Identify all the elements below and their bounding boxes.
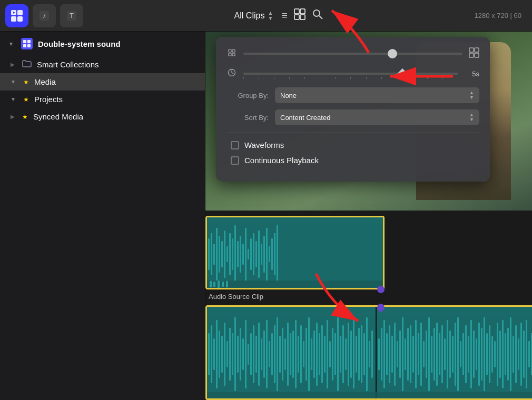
purple-marker-top: [377, 286, 385, 293]
group-by-select[interactable]: None ▲▼: [275, 87, 479, 103]
svg-rect-42: [240, 236, 241, 273]
chevron-right-icon: ▶: [11, 62, 15, 67]
svg-rect-125: [371, 331, 373, 378]
svg-rect-89: [277, 317, 278, 391]
svg-rect-146: [431, 336, 432, 373]
svg-rect-166: [484, 317, 485, 391]
svg-rect-33: [216, 228, 218, 281]
svg-rect-98: [300, 325, 302, 383]
svg-rect-170: [494, 341, 496, 367]
svg-rect-151: [444, 338, 446, 370]
list-view-icon[interactable]: ≡: [281, 9, 288, 22]
svg-rect-10: [300, 9, 305, 14]
svg-rect-118: [353, 320, 354, 388]
svg-rect-167: [486, 333, 488, 375]
sort-by-select[interactable]: Content Created ▲▼: [275, 109, 479, 125]
svg-rect-38: [229, 233, 231, 275]
svg-rect-141: [418, 333, 419, 375]
svg-rect-55: [274, 233, 275, 275]
waveforms-row: Waveforms: [226, 141, 479, 149]
svg-rect-56: [277, 225, 278, 283]
svg-rect-99: [303, 341, 304, 367]
sidebar-item-projects[interactable]: ▼ ★ Projects: [0, 91, 205, 108]
svg-rect-41: [237, 241, 239, 267]
waveforms-checkbox[interactable]: [231, 141, 239, 149]
svg-rect-3: [17, 16, 23, 22]
size-slider-track[interactable]: [243, 53, 462, 55]
chevron-down-icon-projects: ▼: [11, 96, 16, 102]
svg-rect-142: [420, 323, 422, 386]
chevron-down-icon-media: ▼: [11, 79, 16, 85]
svg-rect-21: [229, 53, 231, 56]
sidebar-collapse-icon[interactable]: ▼: [8, 41, 14, 47]
svg-rect-117: [350, 331, 352, 378]
synced-media-label: Synced Media: [33, 112, 83, 121]
clip-label: Audio Source Clip: [209, 293, 263, 301]
svg-rect-105: [319, 333, 320, 375]
star-icon-projects: ★: [23, 96, 29, 103]
svg-rect-84: [263, 331, 265, 378]
clips-label: All Clips: [234, 11, 265, 21]
svg-rect-160: [468, 336, 469, 373]
svg-rect-82: [258, 323, 260, 386]
svg-rect-138: [410, 325, 411, 383]
large-grid-icon: [469, 47, 479, 60]
svg-rect-119: [356, 336, 357, 373]
svg-rect-48: [255, 241, 257, 267]
svg-rect-34: [219, 236, 220, 273]
svg-rect-106: [321, 325, 323, 383]
svg-rect-77: [245, 320, 247, 388]
svg-rect-102: [311, 338, 312, 370]
svg-rect-111: [334, 333, 336, 375]
smart-collections-label: Smart Collections: [37, 60, 99, 69]
svg-rect-104: [316, 323, 318, 386]
svg-rect-11: [294, 15, 299, 19]
clips-arrows-icon: ▲ ▼: [268, 11, 273, 21]
folder-icon: [22, 60, 32, 69]
svg-rect-150: [441, 325, 443, 383]
svg-rect-159: [465, 325, 467, 383]
duration-slider-track[interactable]: [243, 73, 458, 75]
svg-rect-180: [520, 323, 522, 386]
timeline-area: Audio Source Clip: [205, 211, 532, 400]
svg-rect-169: [491, 336, 493, 373]
group-by-label: Group By:: [226, 92, 269, 99]
svg-rect-112: [337, 317, 339, 391]
group-by-row: Group By: None ▲▼: [226, 87, 479, 103]
continuous-playback-checkbox[interactable]: [231, 156, 239, 165]
size-slider-row: [226, 47, 479, 60]
svg-rect-172: [499, 331, 501, 378]
music-tool-button[interactable]: ♪: [33, 4, 56, 27]
main-area: 5s Group By: None ▲▼ Sort By: Content Cr…: [205, 32, 532, 400]
svg-rect-133: [397, 341, 398, 367]
text-tool-button[interactable]: T: [60, 4, 83, 27]
svg-rect-164: [478, 323, 480, 386]
projects-label: Projects: [34, 95, 63, 104]
svg-rect-113: [340, 336, 341, 373]
svg-rect-127: [381, 328, 382, 381]
svg-line-29: [232, 73, 233, 74]
chevron-right-icon-synced: ▶: [11, 114, 15, 119]
svg-rect-177: [513, 336, 514, 373]
svg-rect-101: [308, 317, 310, 391]
sidebar-item-synced-media[interactable]: ▶ ★ Synced Media: [0, 108, 205, 125]
svg-rect-16: [27, 40, 31, 43]
svg-rect-26: [475, 53, 479, 57]
svg-rect-183: [528, 341, 530, 367]
search-icon[interactable]: [312, 8, 323, 23]
waveform-block-bottom: [205, 305, 532, 400]
size-slider-thumb[interactable]: [388, 49, 397, 58]
grid-view-icon[interactable]: [294, 8, 306, 23]
star-icon-media: ★: [23, 78, 29, 86]
svg-rect-95: [292, 331, 294, 378]
svg-rect-129: [386, 333, 388, 375]
sidebar-item-media[interactable]: ▼ ★ Media: [0, 73, 205, 91]
sidebar-item-smart-collections[interactable]: ▶ Smart Collections: [0, 56, 205, 73]
clips-selector[interactable]: All Clips ▲ ▼: [234, 11, 273, 21]
svg-rect-73: [234, 317, 236, 391]
svg-rect-78: [248, 344, 249, 365]
svg-rect-196: [207, 392, 532, 400]
svg-rect-52: [266, 228, 268, 281]
svg-rect-107: [324, 336, 326, 373]
svg-rect-158: [462, 333, 464, 375]
